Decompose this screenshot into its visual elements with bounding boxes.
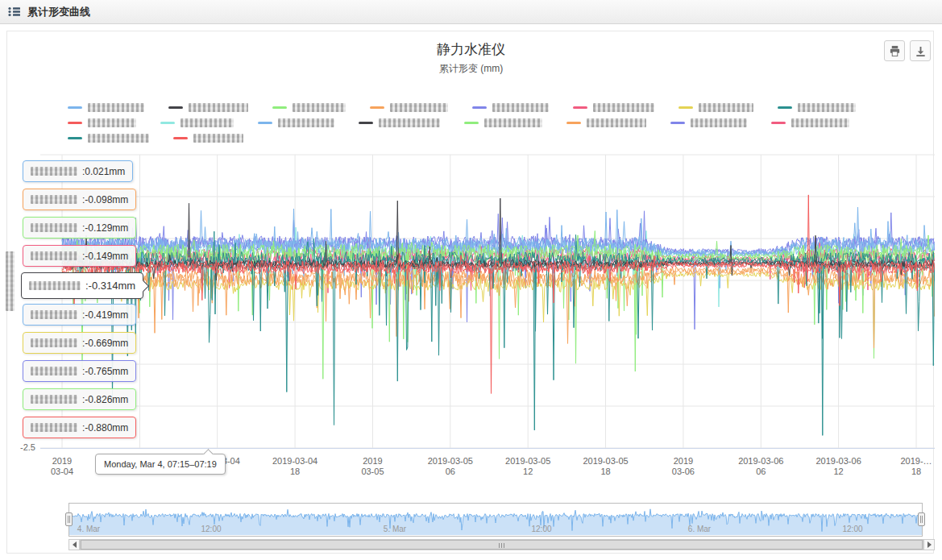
scroll-left-arrow-icon: [69, 541, 77, 548]
series-color-swatch: [68, 137, 82, 139]
scrollbar-track[interactable]: [80, 539, 923, 550]
legend-item[interactable]: [778, 102, 856, 113]
series-label-redacted: [88, 134, 149, 143]
legend-item[interactable]: [160, 117, 234, 128]
sensor-value: :0.021mm: [82, 166, 125, 177]
tooltip-series-value: :-0.129mm: [23, 217, 136, 239]
sensor-value: :-0.880mm: [82, 422, 128, 433]
download-icon: [915, 45, 927, 57]
series-label-redacted: [390, 103, 448, 112]
series-color-swatch: [566, 122, 581, 124]
legend-item[interactable]: [472, 102, 549, 113]
legend-item[interactable]: [464, 117, 542, 128]
sensor-name-redacted: [31, 310, 77, 319]
series-color-swatch: [771, 122, 786, 124]
sensor-name-redacted: [31, 223, 77, 232]
legend-item[interactable]: [370, 102, 448, 113]
x-axis-tick-label: 2019-03-0518: [562, 456, 650, 477]
legend-item[interactable]: [678, 102, 753, 113]
navigator-tick-label: 12:00: [531, 525, 551, 533]
sensor-value: :-0.098mm: [82, 194, 128, 205]
tooltip-series-value: :-0.419mm: [23, 304, 136, 326]
legend-item[interactable]: [359, 117, 440, 128]
series-color-swatch: [258, 122, 272, 124]
series-color-swatch: [573, 106, 587, 109]
legend-item[interactable]: [771, 117, 849, 128]
legend-item[interactable]: [173, 132, 243, 143]
series-color-swatch: [464, 122, 479, 124]
y-axis-tick-label: -2.5: [0, 442, 35, 452]
tooltip-series-value: :-0.098mm: [23, 189, 136, 210]
tooltip-series-value: :-0.765mm: [23, 360, 136, 382]
series-label-redacted: [278, 118, 334, 127]
sensor-name-redacted: [31, 423, 77, 432]
x-axis-tick-label: 201903-04: [18, 456, 106, 477]
y-axis-title-redacted: [6, 251, 15, 311]
legend-item[interactable]: [566, 117, 646, 128]
tooltip-series-value: :-0.880mm: [23, 417, 136, 438]
tooltip-series-value: :-0.149mm: [23, 245, 136, 267]
x-axis-tick-label: 2019-…18: [872, 456, 942, 477]
sensor-name-redacted: [31, 395, 77, 404]
printer-icon: [889, 45, 901, 57]
scrollbar-right-button[interactable]: [923, 539, 935, 550]
series-label-redacted: [293, 103, 346, 112]
sensor-name-redacted: [31, 195, 77, 204]
sensor-name-redacted: [31, 251, 77, 260]
legend-item[interactable]: [670, 117, 747, 128]
scroll-right-arrow-icon: [927, 541, 935, 548]
export-buttons: [884, 40, 931, 61]
legend-item[interactable]: [68, 132, 149, 143]
x-axis-tick-label: 201903-05: [328, 456, 417, 477]
sensor-value: :-0.765mm: [82, 366, 128, 377]
x-axis-tick-label: 2019-03-0612: [795, 456, 883, 477]
series-label-redacted: [492, 103, 549, 112]
legend-item[interactable]: [258, 117, 334, 128]
navigator-tick-label: 12:00: [842, 525, 862, 533]
navigator-tick-label: 12:00: [201, 525, 221, 533]
sensor-value: :-0.149mm: [82, 251, 128, 262]
tooltip-series-value: :0.021mm: [23, 160, 133, 182]
series-label-redacted: [379, 118, 440, 127]
legend-item[interactable]: [68, 102, 144, 113]
legend: [68, 102, 878, 143]
scrollbar-left-button[interactable]: [68, 539, 80, 550]
series-label-redacted: [189, 103, 248, 112]
series-label-redacted: [798, 103, 856, 112]
series-label-redacted: [593, 103, 654, 112]
legend-item[interactable]: [68, 117, 136, 128]
series-color-swatch: [68, 122, 82, 124]
series-label-redacted: [587, 118, 646, 127]
navigator-handle-right[interactable]: [918, 512, 925, 526]
series-color-swatch: [173, 137, 188, 139]
series-label-redacted: [484, 118, 542, 127]
x-axis-tick-label: 201903-06: [639, 456, 728, 477]
series-label-redacted: [88, 118, 136, 127]
print-chart-button[interactable]: [884, 40, 905, 61]
navigator-handle-left[interactable]: [65, 512, 73, 526]
series-color-swatch: [160, 122, 175, 124]
sensor-value: :-0.419mm: [82, 309, 128, 321]
scrollbar-thumb[interactable]: [81, 540, 923, 550]
series-color-swatch: [678, 106, 693, 109]
legend-item[interactable]: [573, 102, 654, 113]
legend-item[interactable]: [272, 102, 346, 113]
series-label-redacted: [193, 134, 243, 143]
tooltip-series-value: :-0.669mm: [23, 332, 136, 354]
series-label-redacted: [691, 118, 747, 127]
legend-item[interactable]: [168, 102, 248, 113]
x-axis-tick-label: 2019-03-0506: [406, 456, 495, 477]
x-axis-tick-label: 2019-03-0606: [716, 456, 805, 477]
series-color-swatch: [370, 106, 384, 109]
series-color-swatch: [778, 106, 792, 109]
sensor-value: :-0.826mm: [82, 394, 128, 405]
sensor-name-redacted: [31, 367, 77, 375]
series-label-redacted: [88, 103, 144, 112]
navigator-tick-label: 4. Mar: [77, 525, 100, 533]
navigator-tick-label: 5. Mar: [384, 525, 406, 533]
series-color-swatch: [168, 106, 183, 109]
tooltip-time-header: Monday, Mar 4, 07:15–07:19: [95, 454, 226, 475]
download-chart-button[interactable]: [910, 40, 931, 61]
sensor-value: :-0.314mm: [85, 280, 135, 292]
series-label-redacted: [791, 118, 849, 127]
